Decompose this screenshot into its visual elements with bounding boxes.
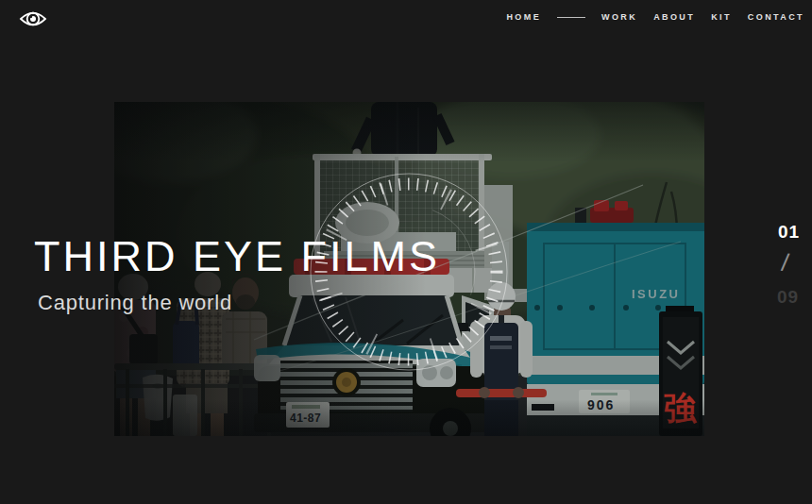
nav-item-about[interactable]: ABOUT <box>653 12 695 22</box>
nav-item-kit[interactable]: KIT <box>711 12 732 22</box>
main-nav: HOME WORK ABOUT KIT CONTACT <box>506 12 804 22</box>
active-nav-indicator <box>557 17 585 18</box>
nav-item-contact[interactable]: CONTACT <box>748 12 804 22</box>
page-title: THIRD EYE FILMS <box>34 235 440 277</box>
nav-item-home[interactable]: HOME <box>506 12 541 22</box>
eye-logo-icon[interactable] <box>19 8 47 29</box>
pagination-total: 09 <box>777 287 799 308</box>
nav-item-work[interactable]: WORK <box>601 12 637 22</box>
pagination-separator: / <box>780 248 790 278</box>
landing-page: { "page": { "background": "#191919" }, "… <box>0 0 812 504</box>
pagination-current: 01 <box>778 222 800 243</box>
page-subtitle: Capturing the world <box>38 292 232 314</box>
